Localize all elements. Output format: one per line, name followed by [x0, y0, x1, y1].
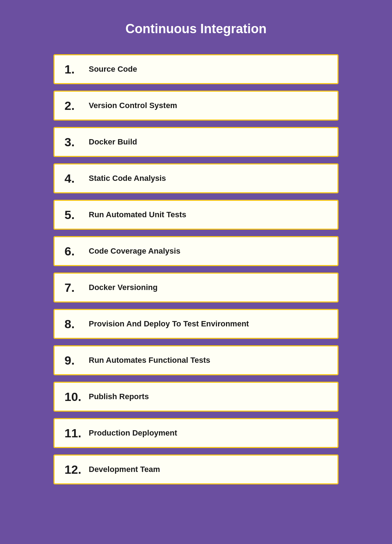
list-item: 10.Publish Reports — [53, 382, 339, 412]
item-number: 4. — [65, 172, 86, 184]
list-item: 1.Source Code — [53, 54, 339, 84]
list-item: 7.Docker Versioning — [53, 273, 339, 302]
list-item: 6.Code Coverage Analysis — [53, 236, 339, 266]
list-item: 3.Docker Build — [53, 127, 339, 157]
item-number: 2. — [65, 100, 86, 112]
item-number: 5. — [65, 209, 86, 221]
item-number: 10. — [65, 391, 86, 403]
item-number: 3. — [65, 136, 86, 148]
item-number: 7. — [65, 281, 86, 294]
list-item: 12.Development Team — [53, 454, 339, 484]
item-number: 6. — [65, 245, 86, 257]
item-number: 1. — [65, 63, 86, 75]
item-label: Docker Build — [89, 137, 137, 147]
item-number: 8. — [65, 318, 86, 330]
ci-steps-list: 1.Source Code2.Version Control System3.D… — [53, 54, 339, 484]
item-label: Production Deployment — [89, 428, 177, 438]
item-label: Run Automates Functional Tests — [89, 356, 210, 365]
item-label: Version Control System — [89, 101, 177, 110]
list-item: 2.Version Control System — [53, 91, 339, 121]
list-item: 11.Production Deployment — [53, 418, 339, 448]
item-number: 12. — [65, 463, 86, 476]
item-label: Code Coverage Analysis — [89, 246, 180, 256]
item-label: Run Automated Unit Tests — [89, 210, 186, 219]
list-item: 8.Provision And Deploy To Test Environme… — [53, 309, 339, 339]
item-label: Provision And Deploy To Test Environment — [89, 319, 249, 329]
item-label: Publish Reports — [89, 392, 149, 401]
item-label: Development Team — [89, 465, 160, 474]
list-item: 4.Static Code Analysis — [53, 163, 339, 193]
item-number: 11. — [65, 427, 86, 439]
list-item: 9.Run Automates Functional Tests — [53, 345, 339, 375]
item-label: Source Code — [89, 65, 137, 74]
item-label: Docker Versioning — [89, 283, 158, 292]
page-title: Continuous Integration — [125, 21, 267, 36]
list-item: 5.Run Automated Unit Tests — [53, 200, 339, 230]
item-label: Static Code Analysis — [89, 174, 166, 183]
item-number: 9. — [65, 354, 86, 366]
